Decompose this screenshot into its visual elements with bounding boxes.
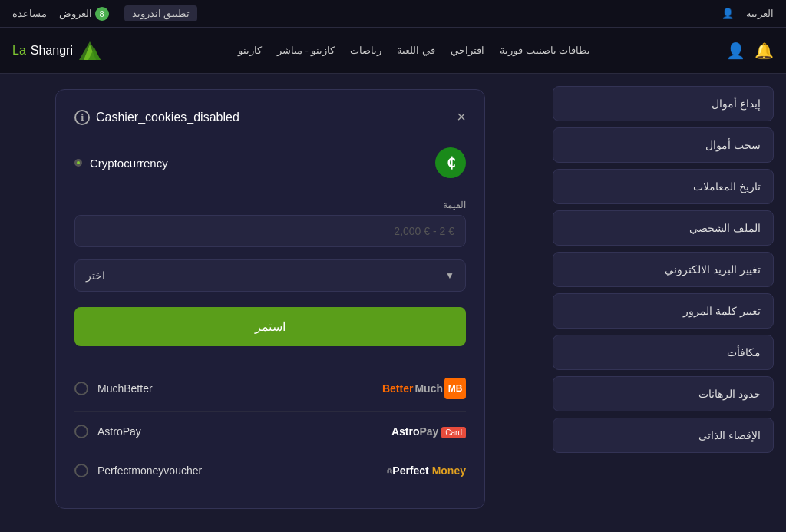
dropdown-select[interactable]: ▼ اختر (74, 259, 466, 292)
perfectmoney-label: Perfectmoneyvoucher (97, 464, 202, 477)
muchbetter-label: MuchBetter (97, 382, 153, 395)
sidebar-item-profile[interactable]: الملف الشخصي (553, 210, 774, 246)
logo[interactable]: ShangriLa (12, 38, 102, 63)
panel-header: × Cashier_cookies_disabled ℹ (74, 108, 466, 126)
astropay-logo: AstroPay Card (391, 425, 466, 438)
sidebar-item-rewards[interactable]: مكافأت (553, 335, 774, 370)
continue-button[interactable]: استمر (74, 307, 466, 346)
crypto-icon: ₵ (435, 147, 466, 178)
amount-input[interactable] (74, 215, 466, 247)
muchbetter-logo: MB MuchBetter (382, 378, 466, 399)
header-icons: 🔔 👤 (726, 41, 774, 60)
logo-shangri: Shangri (31, 44, 73, 58)
logo-la: La (12, 44, 26, 58)
main-nav: بطاقات باصنيب فورية اقتراحي في اللعبة ري… (238, 45, 590, 56)
sidebar-item-password[interactable]: تغيير كلمة المرور (553, 293, 774, 329)
nav-suggestions[interactable]: اقتراحي (451, 45, 484, 56)
astropay-left: AstroPay (74, 425, 141, 438)
content-area: × Cashier_cookies_disabled ℹ ₵ Cryptocur… (0, 74, 540, 532)
crypto-radio-selected (74, 159, 82, 167)
sidebar-item-history[interactable]: تاريخ المعاملات (553, 169, 774, 204)
muchbetter-left: MuchBetter (74, 382, 153, 395)
sidebar-item-withdraw[interactable]: سحب أموال (553, 127, 774, 163)
info-icon: ℹ (74, 110, 90, 125)
nav-instant-cards[interactable]: بطاقات باصنيب فورية (500, 45, 590, 56)
close-button[interactable]: × (457, 108, 466, 126)
cryptocurrency-row[interactable]: ₵ Cryptocurrency (74, 141, 466, 184)
dropdown-arrow-icon: ▼ (445, 270, 454, 281)
value-label: القيمة (74, 200, 466, 210)
sidebar-item-limits[interactable]: حدود الرهانات (553, 376, 774, 411)
offers-label: العروض (59, 8, 92, 19)
logo-mountain-icon (78, 38, 102, 63)
value-input-group: القيمة (74, 200, 466, 247)
cashier-panel: × Cashier_cookies_disabled ℹ ₵ Cryptocur… (55, 89, 485, 509)
user-profile-icon[interactable]: 👤 (726, 41, 745, 60)
nav-casino[interactable]: كازينو (238, 45, 262, 56)
top-bar-left: تطبيق اندرويد 8 العروض مساعدة (12, 5, 197, 21)
muchbetter-radio (74, 382, 88, 395)
offers-link[interactable]: 8 العروض (59, 7, 112, 21)
crypto-left: Cryptocurrency (74, 157, 168, 170)
panel-title: Cashier_cookies_disabled ℹ (74, 110, 239, 125)
sidebar-item-email[interactable]: تغيير البريد الالكتروني (553, 252, 774, 287)
nav-live-casino[interactable]: كازينو - مباشر (277, 45, 335, 56)
astropay-label: AstroPay (97, 425, 141, 438)
perfectmoney-logo: Perfect Money® (387, 464, 466, 477)
astropay-radio (74, 425, 88, 438)
help-link[interactable]: مساعدة (12, 8, 47, 19)
nav-in-game[interactable]: في اللعبة (397, 45, 435, 56)
arabic-label[interactable]: العربية (746, 8, 774, 19)
perfectmoney-radio (74, 464, 88, 477)
crypto-label: Cryptocurrency (90, 157, 168, 170)
payment-method-muchbetter[interactable]: MB MuchBetter MuchBetter (74, 365, 466, 411)
dropdown-label: اختر (86, 269, 105, 282)
offers-badge: 8 (95, 7, 109, 21)
top-bar-right: العربية 👤 (722, 8, 774, 19)
payment-method-perfectmoney[interactable]: Perfect Money® Perfectmoneyvoucher (74, 451, 466, 490)
panel-title-text: Cashier_cookies_disabled (96, 111, 239, 124)
sidebar-item-self-exclusion[interactable]: الإقصاء الذاتي (553, 418, 774, 453)
perfectmoney-left: Perfectmoneyvoucher (74, 464, 202, 477)
nav-sports[interactable]: رياضات (350, 45, 381, 56)
payment-method-astropay[interactable]: AstroPay Card AstroPay (74, 411, 466, 451)
main-layout: إيداع أموال سحب أموال تاريخ المعاملات ال… (0, 74, 786, 532)
top-bar: العربية 👤 تطبيق اندرويد 8 العروض مساعدة (0, 0, 786, 28)
sidebar: إيداع أموال سحب أموال تاريخ المعاملات ال… (540, 74, 786, 532)
muchbetter-icon: MB (444, 378, 466, 399)
header: 🔔 👤 بطاقات باصنيب فورية اقتراحي في اللعب… (0, 28, 786, 74)
notification-icon[interactable]: 🔔 (755, 41, 774, 60)
sidebar-item-deposit[interactable]: إيداع أموال (553, 86, 774, 121)
android-button[interactable]: تطبيق اندرويد (124, 5, 198, 21)
user-icon: 👤 (722, 8, 734, 19)
